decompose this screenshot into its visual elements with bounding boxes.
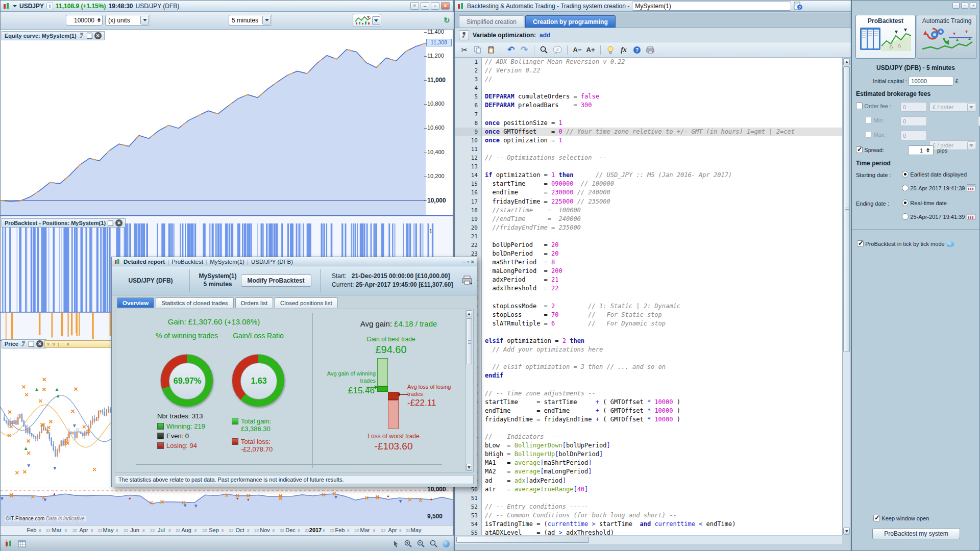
chevron-down-icon[interactable]: [140, 16, 149, 24]
max-unit-select[interactable]: £ / order: [929, 140, 976, 150]
chevron-down-icon[interactable]: [372, 16, 380, 25]
calendar-icon[interactable]: [18, 540, 26, 548]
minimize-button[interactable]: –: [421, 2, 429, 10]
increase-font-icon[interactable]: A+: [585, 44, 596, 56]
symbol-dropdown-icon[interactable]: [13, 5, 17, 9]
wrench-icon[interactable]: [20, 341, 27, 347]
undo-icon[interactable]: ↶: [505, 44, 517, 56]
system-name-input[interactable]: MySystem(1): [632, 2, 791, 11]
scroll-down-icon[interactable]: [466, 464, 472, 471]
report-tab-orders-list[interactable]: Orders list: [235, 297, 273, 308]
tick-mode-checkbox[interactable]: [857, 240, 864, 247]
max-checkbox[interactable]: [865, 131, 872, 138]
order-fee-unit-select[interactable]: £ / order: [929, 102, 976, 112]
chevron-down-icon[interactable]: [967, 103, 975, 112]
print-icon[interactable]: [461, 276, 473, 286]
initial-capital-input[interactable]: 10000: [909, 76, 953, 86]
menu-icon[interactable]: ≡: [410, 2, 419, 10]
calendar-icon[interactable]: [967, 213, 975, 220]
scroll-down-icon[interactable]: [843, 528, 850, 535]
report-scrollbar[interactable]: [465, 310, 473, 471]
info-icon[interactable]: i: [46, 3, 53, 9]
code-editor[interactable]: 1// ADX-Bollinger Mean Reversion v 0.222…: [455, 58, 842, 535]
scrollbar-thumb[interactable]: [843, 66, 850, 352]
redo-icon[interactable]: ↷: [519, 44, 530, 56]
tab-automatic-trading[interactable]: Automatic Trading: [917, 15, 977, 59]
close-button[interactable]: ×: [471, 259, 474, 265]
close-button[interactable]: ×: [441, 2, 450, 10]
refresh-icon[interactable]: ↻: [444, 16, 450, 25]
min-unit-select[interactable]: £ / order: [978, 116, 980, 126]
wrench-icon[interactable]: [79, 33, 85, 39]
keep-window-checkbox[interactable]: [873, 515, 880, 521]
minimize-button[interactable]: –: [462, 259, 465, 265]
chart-style-button[interactable]: [353, 14, 381, 27]
maximize-button[interactable]: ▫: [961, 3, 968, 9]
new-window-icon[interactable]: [29, 341, 34, 347]
positions-panel-title[interactable]: ProBacktest - Positions: MySystem(1) ✕: [2, 218, 126, 228]
starting-option-date[interactable]: 25-Apr-2017 19:41:39: [902, 184, 975, 192]
zoom-out-icon[interactable]: [417, 540, 425, 548]
starting-option-earliest[interactable]: Earliest date displayed: [902, 171, 967, 178]
equity-panel-title[interactable]: Equity curve: MySystem(1) ✕: [2, 31, 105, 40]
report-tab-overview[interactable]: Overview: [117, 297, 154, 308]
zoom-in-icon[interactable]: [404, 540, 412, 548]
chevron-down-icon[interactable]: [262, 16, 271, 24]
wrench-icon[interactable]: [459, 30, 469, 40]
tab-simplified-creation[interactable]: Simplified creation: [459, 15, 524, 28]
new-window-icon[interactable]: [87, 33, 92, 39]
time-axis[interactable]: Feb822Mar822Apr822May822Jun822Jul822Aug8…: [1, 525, 453, 535]
tooltip-bubble-icon[interactable]: [946, 241, 954, 247]
ending-option-date[interactable]: 25-Apr-2017 19:41:39: [902, 213, 975, 220]
paste-icon[interactable]: [485, 44, 497, 56]
editor-hscrollbar[interactable]: [455, 536, 842, 544]
cut-icon[interactable]: ✂: [459, 44, 470, 56]
add-optimization-link[interactable]: add: [540, 32, 550, 39]
min-input[interactable]: 0: [900, 116, 927, 126]
price-panel-title[interactable]: Price ✕: [2, 339, 46, 348]
calendar-icon[interactable]: [967, 184, 975, 191]
units-select[interactable]: (x) units: [105, 15, 150, 26]
search-icon[interactable]: [430, 540, 438, 548]
new-window-icon[interactable]: [108, 220, 113, 226]
spread-input[interactable]: 1: [908, 145, 934, 155]
copy-icon[interactable]: [472, 44, 483, 56]
decrease-font-icon[interactable]: A−: [572, 44, 583, 56]
editor-vscrollbar[interactable]: [842, 58, 850, 535]
close-icon[interactable]: ✕: [36, 340, 43, 347]
tab-probacktest[interactable]: ProBacktest: [855, 15, 916, 59]
timeframe-select[interactable]: 5 minutes: [229, 15, 272, 26]
help-icon[interactable]: ?: [631, 44, 643, 56]
globe-icon[interactable]: [443, 540, 450, 547]
run-probacktest-button[interactable]: ProBacktest my system: [872, 528, 960, 539]
close-icon[interactable]: ✕: [94, 32, 102, 39]
close-button[interactable]: ×: [970, 3, 977, 9]
report-tab-statistics-of-closed-trades[interactable]: Statistics of closed trades: [156, 297, 233, 308]
rename-help-icon[interactable]: ?: [794, 2, 803, 10]
max-input[interactable]: 0: [900, 131, 927, 140]
spread-checkbox[interactable]: [856, 146, 863, 153]
tick-mode-row[interactable]: ProBacktest in tick by tick mode: [857, 240, 954, 247]
print-icon[interactable]: [645, 44, 656, 56]
maximize-button[interactable]: ▫: [431, 2, 439, 10]
equity-curve-chart[interactable]: [1, 30, 426, 215]
ending-option-realtime[interactable]: Real-time date: [902, 199, 947, 207]
modify-probacktest-button[interactable]: Modify ProBacktest: [241, 274, 311, 287]
order-fee-input[interactable]: 0: [900, 102, 927, 112]
min-checkbox[interactable]: [865, 117, 872, 123]
comment-icon[interactable]: //: [552, 44, 563, 56]
scroll-up-icon[interactable]: [843, 58, 850, 65]
insert-function-icon[interactable]: fx: [618, 44, 629, 56]
minimize-button[interactable]: –: [952, 3, 960, 9]
maximize-button[interactable]: ▫: [467, 259, 469, 265]
search-icon[interactable]: [538, 44, 550, 56]
report-tab-closed-positions-list[interactable]: Closed positions list: [275, 297, 338, 308]
scroll-up-icon[interactable]: [466, 310, 472, 317]
candlestick-mode-icon[interactable]: [5, 540, 13, 548]
chevron-down-icon[interactable]: [967, 141, 975, 150]
close-icon[interactable]: ✕: [115, 219, 122, 227]
cursor-icon[interactable]: [393, 540, 400, 547]
keep-window-row[interactable]: Keep window open: [873, 515, 929, 522]
order-fee-checkbox[interactable]: [856, 103, 863, 109]
lightbulb-icon[interactable]: [605, 44, 616, 56]
